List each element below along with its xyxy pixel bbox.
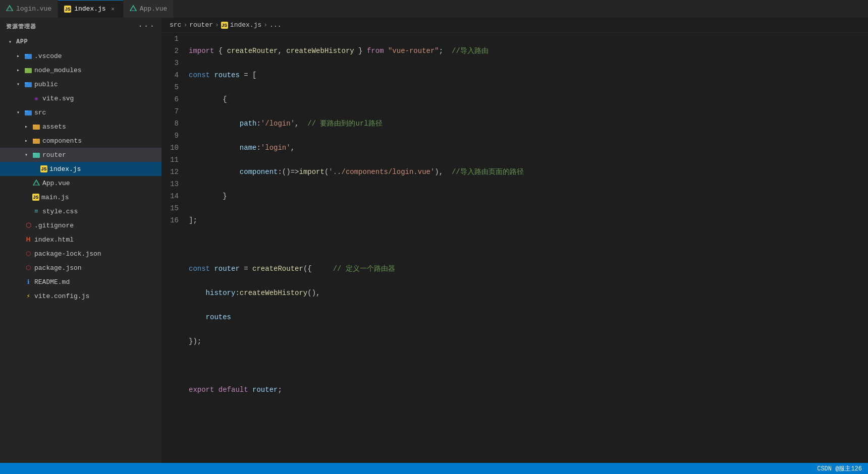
sidebar-item-label: components	[42, 137, 82, 145]
css-icon: ≡	[32, 207, 40, 215]
chevron-icon	[6, 38, 14, 46]
vue-icon	[130, 5, 137, 12]
vue-icon	[32, 179, 40, 187]
sidebar-item-readme[interactable]: ℹ README.md	[0, 275, 161, 289]
sidebar-item-router[interactable]: router	[0, 148, 161, 162]
sidebar-item-label: main.js	[41, 194, 69, 201]
code-editor[interactable]: import { createRouter, createWebHistory …	[187, 33, 868, 463]
tab-close-button[interactable]: ✕	[109, 5, 117, 13]
sidebar-item-label: .vscode	[34, 52, 62, 60]
vue-icon	[6, 5, 13, 12]
folder-icon	[24, 80, 32, 88]
breadcrumb-router: router	[189, 21, 213, 29]
breadcrumb: src › router › JS index.js › ...	[161, 18, 868, 33]
vite-icon: ✳	[32, 94, 40, 102]
sidebar-item-gitignore[interactable]: ⬡ .gitignore	[0, 218, 161, 232]
folder-icon	[32, 123, 40, 131]
sidebar-item-label: vite.svg	[42, 95, 74, 102]
npm-icon: ⬡	[24, 264, 32, 272]
tab-label: index.js	[74, 5, 105, 13]
svg-marker-2	[130, 6, 136, 11]
code-line-14	[189, 360, 868, 372]
sidebar-item-label: .gitignore	[34, 222, 74, 229]
chevron-icon	[14, 52, 22, 60]
sidebar-item-pkg-json[interactable]: ⬡ package.json	[0, 261, 161, 275]
main-layout: 资源管理器 ··· APP .vscode node_modules	[0, 18, 868, 463]
code-line-9	[189, 239, 868, 251]
sidebar-item-label: README.md	[34, 278, 70, 286]
sidebar-item-style-css[interactable]: ≡ style.css	[0, 204, 161, 218]
folder-icon	[24, 108, 32, 116]
svg-rect-17	[33, 153, 36, 154]
chevron-icon	[22, 137, 30, 145]
breadcrumb-indexjs: index.js	[230, 21, 261, 29]
npm-icon: ⬡	[24, 250, 32, 258]
code-line-16	[189, 408, 868, 420]
sidebar-item-index-js[interactable]: JS index.js	[0, 162, 161, 176]
code-line-5: name:'login',	[189, 142, 868, 154]
sidebar-item-vscode[interactable]: .vscode	[0, 49, 161, 63]
tab-index-js[interactable]: JS index.js ✕	[58, 0, 123, 18]
js-icon: JS	[64, 6, 71, 13]
code-line-8: ];	[189, 214, 868, 226]
chevron-icon	[14, 108, 22, 116]
code-line-3: {	[189, 93, 868, 105]
sidebar-item-vite-config[interactable]: ⚡ vite.config.js	[0, 289, 161, 303]
svg-rect-5	[25, 54, 28, 55]
sidebar-item-label: index.html	[34, 236, 74, 244]
status-text: CSDN @服主126	[817, 464, 862, 473]
sidebar-item-label: package-lock.json	[34, 250, 101, 258]
tab-login-vue[interactable]: login.vue	[0, 0, 58, 18]
breadcrumb-sep: ›	[183, 21, 187, 29]
folder-icon	[32, 151, 40, 159]
sidebar-item-label: public	[34, 81, 58, 88]
sidebar-item-label: vite.config.js	[34, 292, 89, 300]
sidebar-item-assets[interactable]: assets	[0, 120, 161, 134]
code-line-12: routes	[189, 311, 868, 323]
svg-rect-7	[25, 68, 28, 70]
folder-icon	[24, 66, 32, 74]
svg-rect-13	[33, 125, 36, 126]
js-icon: JS	[32, 194, 39, 201]
code-line-13: });	[189, 335, 868, 347]
sidebar-item-app[interactable]: APP	[0, 35, 161, 49]
breadcrumb-src: src	[170, 21, 181, 29]
sidebar-item-public[interactable]: public	[0, 77, 161, 91]
sidebar-item-label: App.vue	[42, 180, 70, 187]
sidebar-item-label: index.js	[49, 165, 81, 173]
app-root-label: APP	[16, 38, 28, 45]
gitignore-icon: ⬡	[24, 221, 32, 229]
sidebar-item-index-html[interactable]: H index.html	[0, 232, 161, 247]
sidebar-item-app-vue[interactable]: App.vue	[0, 176, 161, 190]
svg-rect-11	[25, 110, 28, 112]
sidebar-menu-button[interactable]: ···	[138, 22, 155, 31]
sidebar-item-src[interactable]: src	[0, 105, 161, 120]
code-line-2: const routes = [	[189, 69, 868, 81]
code-line-4: path:'/login', // 要路由到的url路径	[189, 117, 868, 130]
sidebar-item-main-js[interactable]: JS main.js	[0, 190, 161, 204]
tab-app-vue[interactable]: App.vue	[124, 0, 174, 18]
sidebar-item-label: node_modules	[34, 67, 82, 74]
folder-icon	[24, 52, 32, 60]
js-icon: JS	[40, 165, 47, 172]
chevron-icon	[14, 80, 22, 88]
sidebar-item-label: package.json	[34, 264, 82, 272]
sidebar-item-pkg-lock[interactable]: ⬡ package-lock.json	[0, 247, 161, 261]
readme-icon: ℹ	[24, 278, 32, 286]
svg-rect-15	[33, 139, 36, 140]
chevron-icon	[22, 123, 30, 131]
svg-marker-18	[33, 180, 39, 185]
sidebar-item-label: src	[34, 109, 46, 116]
code-line-6: component:()=>import('../components/logi…	[189, 166, 868, 178]
sidebar-item-vite-svg[interactable]: ✳ vite.svg	[0, 91, 161, 105]
sidebar-item-node-modules[interactable]: node_modules	[0, 63, 161, 77]
code-line-10: const router = createRouter({ // 定义一个路由器	[189, 263, 868, 275]
vite-config-icon: ⚡	[24, 292, 32, 300]
sidebar-item-components[interactable]: components	[0, 134, 161, 148]
line-numbers: 1 2 3 4 5 6 7 8 9 10 11 12 13 14 15 16	[161, 33, 187, 463]
sidebar-title: 资源管理器	[6, 23, 36, 30]
chevron-icon	[14, 66, 22, 74]
code-line-7: }	[189, 190, 868, 202]
code-line-11: history:createWebHistory(),	[189, 287, 868, 299]
code-container[interactable]: 1 2 3 4 5 6 7 8 9 10 11 12 13 14 15 16 i…	[161, 33, 868, 463]
